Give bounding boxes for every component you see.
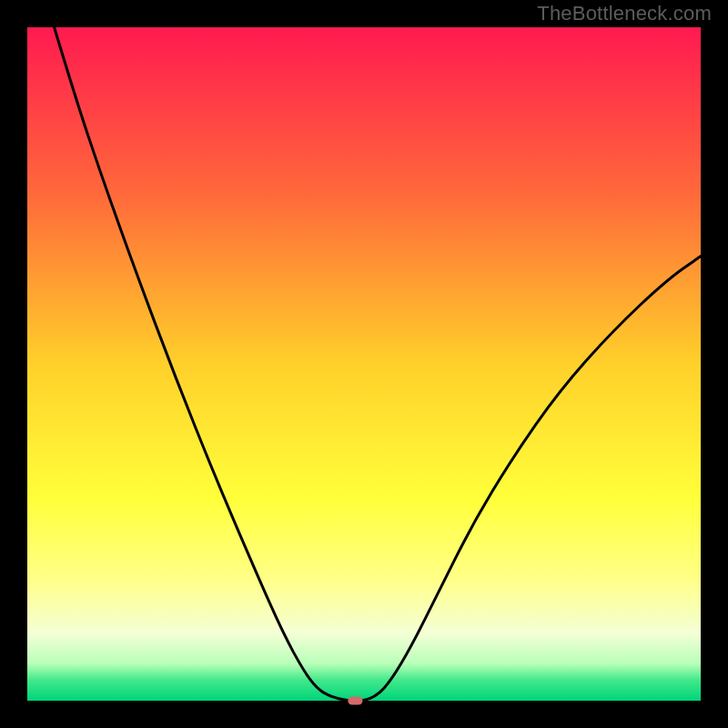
- optimum-marker: [348, 697, 362, 705]
- plot-background: [27, 27, 701, 701]
- chart-frame: TheBottleneck.com: [0, 0, 728, 728]
- watermark-text: TheBottleneck.com: [537, 2, 712, 25]
- bottleneck-chart: [0, 0, 728, 728]
